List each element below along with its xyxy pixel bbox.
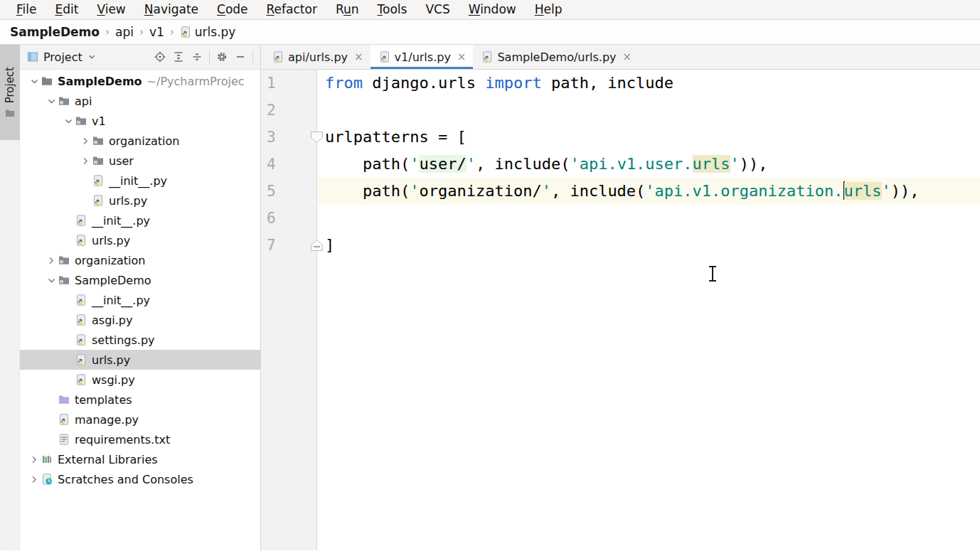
python-file-icon [481, 51, 493, 63]
package-icon [58, 255, 70, 266]
chevron-right-icon[interactable] [27, 475, 41, 484]
menu-file[interactable]: File [7, 2, 46, 18]
project-stripe-label: Project [4, 67, 16, 103]
menu-vcs[interactable]: VCS [416, 2, 459, 18]
chevron-down-icon[interactable] [87, 52, 97, 62]
expand-all-button[interactable] [169, 48, 188, 66]
tree-item-manage-py[interactable]: manage.py [20, 410, 260, 429]
tree-item-external-libraries[interactable]: External Libraries [20, 449, 260, 469]
hide-button[interactable] [231, 48, 250, 66]
tree-item-label: SampleDemo [58, 75, 142, 88]
code-line-4[interactable]: path('user/', include('api.v1.user.urls'… [318, 151, 980, 178]
chevron-down-icon [64, 117, 73, 126]
tab-sampledemo-urls-py[interactable]: SampleDemo/urls.py× [473, 45, 639, 69]
code-token: urlpatterns = [ [325, 128, 467, 146]
code-editor[interactable]: 1234567 from django.urls import path, in… [261, 70, 980, 550]
breadcrumb-separator: › [139, 26, 144, 38]
tree-item--init-py[interactable]: __init__.py [20, 290, 260, 310]
close-icon[interactable]: × [353, 50, 365, 63]
tool-stripe-project-button[interactable]: Project [0, 45, 20, 140]
collapse-all-button[interactable] [188, 48, 206, 66]
tree-item-settings-py[interactable]: settings.py [20, 330, 260, 350]
breadcrumb-item-urls-py[interactable]: urls.py [180, 25, 236, 39]
tree-item-wsgi-py[interactable]: wsgi.py [20, 370, 260, 390]
chevron-down-icon[interactable] [44, 97, 58, 106]
tree-item--init-py[interactable]: __init__.py [20, 171, 260, 191]
tree-item-organization[interactable]: organization [20, 250, 260, 270]
tree-item-urls-py[interactable]: urls.py [20, 191, 260, 210]
menu-tools[interactable]: Tools [368, 2, 417, 18]
close-icon[interactable]: × [622, 50, 634, 63]
python-file-icon [75, 334, 87, 346]
code-token: ' [730, 155, 740, 173]
menu-window[interactable]: Window [459, 2, 526, 18]
tree-item-label: External Libraries [58, 453, 158, 466]
folder-root-icon [41, 75, 53, 87]
tab-api-urls-py[interactable]: api/urls.py× [264, 45, 371, 69]
chevron-down-icon[interactable] [44, 276, 58, 285]
python-file-icon [75, 215, 87, 226]
breadcrumb-item-sampledemo[interactable]: SampleDemo [10, 25, 100, 39]
code-line-6[interactable] [318, 205, 980, 232]
menu-run[interactable]: Run [326, 2, 368, 18]
project-tool-icon [27, 51, 38, 63]
code-line-3[interactable]: urlpatterns = [ [318, 124, 980, 151]
tree-item-templates[interactable]: templates [20, 390, 260, 410]
chevron-down-icon [47, 276, 56, 285]
fold-start-marker[interactable] [311, 132, 323, 143]
tree-item-user[interactable]: user [20, 151, 260, 171]
code-token: ] [325, 236, 334, 254]
menu-code[interactable]: Code [208, 2, 257, 18]
close-icon[interactable]: × [456, 50, 468, 63]
editor-tab-bar: api/urls.py×v1/urls.py×SampleDemo/urls.p… [261, 45, 980, 70]
chevron-right-icon[interactable] [78, 156, 92, 166]
breadcrumb-item-v1[interactable]: v1 [149, 25, 164, 39]
code-token: import [485, 74, 541, 92]
main-area: Project Structure Project SampleDemo~/Py… [0, 45, 980, 550]
tree-item-scratches-and-consoles[interactable]: Scratches and Consoles [20, 469, 260, 489]
tree-item--init-py[interactable]: __init__.py [20, 210, 260, 230]
code-line-2[interactable] [318, 97, 980, 124]
package-icon [75, 115, 87, 127]
menu-help[interactable]: Help [526, 2, 572, 18]
tree-item-urls-py[interactable]: urls.py [20, 350, 260, 370]
tree-item-organization[interactable]: organization [20, 131, 260, 151]
scratches-icon [41, 474, 53, 485]
python-file-icon [180, 26, 191, 38]
code-line-1[interactable]: from django.urls import path, include [318, 70, 980, 97]
settings-button[interactable] [213, 48, 231, 66]
locate-button[interactable] [151, 48, 169, 66]
code-token: from [325, 74, 363, 92]
package-icon [58, 95, 70, 107]
tool-stripe-structure-button[interactable]: Structure [0, 495, 20, 551]
breadcrumb-item-api[interactable]: api [115, 25, 134, 39]
tree-item-api[interactable]: api [20, 91, 260, 111]
python-file-icon [75, 354, 87, 365]
code-line-5[interactable]: path('organization/', include('api.v1.or… [318, 178, 980, 205]
python-file-icon [75, 374, 87, 385]
python-file-icon [92, 175, 104, 186]
tree-item-asgi-py[interactable]: asgi.py [20, 310, 260, 330]
fold-end-marker[interactable] [311, 240, 323, 251]
code-line-7[interactable]: ] [318, 232, 980, 259]
chevron-down-icon[interactable] [27, 77, 41, 86]
menu-view[interactable]: View [87, 2, 134, 18]
tab-v1-urls-py[interactable]: v1/urls.py× [371, 45, 474, 69]
chevron-down-icon[interactable] [61, 117, 75, 126]
menu-refactor[interactable]: Refactor [257, 2, 326, 18]
menu-navigate[interactable]: Navigate [135, 2, 208, 18]
python-file-icon [75, 314, 87, 326]
tree-item-requirements-txt[interactable]: requirements.txt [20, 429, 260, 449]
package-icon [92, 135, 104, 146]
tree-item-sampledemo[interactable]: SampleDemo~/PycharmProjec [20, 71, 260, 91]
code-token: , include( [476, 155, 570, 173]
code-token: )), [740, 155, 768, 173]
chevron-right-icon[interactable] [27, 455, 41, 464]
tree-item-v1[interactable]: v1 [20, 111, 260, 131]
menu-edit[interactable]: Edit [46, 2, 87, 18]
chevron-right-icon[interactable] [78, 137, 92, 146]
tree-item-urls-py[interactable]: urls.py [20, 230, 260, 250]
chevron-down-small-icon [87, 52, 97, 62]
chevron-right-icon[interactable] [44, 256, 58, 265]
tree-item-sampledemo[interactable]: SampleDemo [20, 270, 260, 290]
